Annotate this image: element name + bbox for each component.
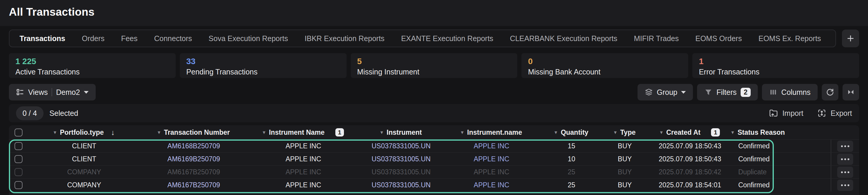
created-at-cell: 2025.07.09 18:50:42 [647,168,733,176]
checkbox-cell [9,142,28,150]
created-at-cell: 2025.07.09 18:50:43 [647,155,733,163]
row-menu-button[interactable] [837,141,853,152]
tab-orders[interactable]: Orders [82,34,104,43]
collapse-columns-button[interactable] [842,84,859,101]
column-header-portfolio-type[interactable]: Portfolio.type ↓ [28,128,141,137]
selection-count: 0 / 4 [16,106,43,120]
stat-card-missing-instrument[interactable]: 5 Missing Instrument [351,53,518,78]
instrument-name-cell: APPLE INC [247,142,360,150]
toolbar: Views Demo2 Group Filters 2 [9,84,859,101]
row-menu-button[interactable] [837,154,853,165]
transaction-number-link[interactable]: AM6167B250709 [141,168,247,176]
instrument-link[interactable]: US0378331005.UN [360,181,442,189]
portfolio-type-cell: COMPANY [28,168,141,176]
stat-card-missing-bank-account[interactable]: 0 Missing Bank Account [521,53,688,78]
selection-label: Selected [50,109,78,118]
column-header-instrument-name[interactable]: Instrument Name 1 [247,128,360,136]
filter-count-badge[interactable]: 1 [335,128,344,136]
toolbar-right: Group Filters 2 Columns [638,84,859,101]
instrument-dot-name-cell: APPLE INC [442,142,540,150]
stat-label: Active Transactions [16,68,169,76]
tab-ibkr-execution-reports[interactable]: IBKR Execution Reports [305,34,384,43]
stat-card-pending-transactions[interactable]: 33 Pending Transactions [180,53,347,78]
tab-clearbank-execution-reports[interactable]: CLEARBANK Execution Reports [510,34,617,43]
table-row[interactable]: COMPANY AM6167B250709 APPLE INC US037833… [9,179,859,191]
checkbox-cell [9,155,28,163]
ellipsis-icon [844,145,846,147]
group-button[interactable]: Group [638,84,693,101]
status-reason-cell: Confirmed [733,155,783,163]
stat-label: Error Transactions [699,68,852,76]
stat-value: 0 [528,57,682,66]
column-label: Created At [666,128,700,136]
ellipsis-icon [844,171,846,173]
sort-desc-icon[interactable]: ↓ [111,128,115,137]
row-checkbox[interactable] [14,155,23,163]
tab-mifir-trades[interactable]: MIFIR Trades [634,34,679,43]
instrument-dot-name-cell: APPLE INC [442,181,540,189]
row-menu-button[interactable] [837,167,853,178]
views-divider [52,88,52,96]
transaction-number-link[interactable]: AM6168B250709 [141,142,247,150]
tab-transactions[interactable]: Transactions [20,34,65,43]
select-all-checkbox[interactable] [14,128,23,136]
filter-count-badge[interactable]: 1 [711,128,720,136]
column-header-created-at[interactable]: Created At 1 [647,128,733,136]
column-label: Quantity [561,128,588,136]
stat-cards: 1 225 Active Transactions 33 Pending Tra… [9,53,859,78]
ellipsis-icon [844,158,846,160]
tabs-row: Transactions Orders Fees Connectors Sova… [9,30,859,47]
quantity-cell: 25 [540,181,602,189]
export-label: Export [831,109,852,118]
tab-fees[interactable]: Fees [121,34,138,43]
tab-sova-execution-reports[interactable]: Sova Execution Reports [209,34,288,43]
instrument-link[interactable]: US0378331005.UN [360,142,442,150]
column-header-transaction-number[interactable]: Transaction Number [141,128,247,136]
table-row[interactable]: COMPANY AM6167B250709 APPLE INC US037833… [9,165,859,179]
column-header-instrument[interactable]: Instrument [360,128,442,136]
instrument-link[interactable]: US0378331005.UN [360,155,442,163]
columns-button[interactable]: Columns [762,84,818,101]
column-header-type[interactable]: Type [602,128,647,136]
filters-button[interactable]: Filters 2 [697,84,758,101]
quantity-cell: 25 [540,168,602,176]
group-label: Group [657,88,677,96]
column-header-instrument-dot-name[interactable]: Instrument.name [442,128,540,136]
stat-card-active-transactions[interactable]: 1 225 Active Transactions [9,53,176,78]
row-actions-cell [831,179,859,191]
transaction-number-link[interactable]: AM6169B250709 [141,155,247,163]
tab-connectors[interactable]: Connectors [154,34,192,43]
chevron-down-icon [681,91,686,94]
column-header-status-reason[interactable]: Status Reason [733,128,783,136]
import-button[interactable]: Import [769,109,803,118]
type-cell: BUY [602,142,647,150]
column-label: Instrument.name [467,128,522,136]
stat-label: Missing Bank Account [528,68,682,76]
transaction-number-link[interactable]: AM6167B250709 [141,181,247,189]
status-reason-cell: Duplicate [733,168,783,176]
stat-label: Pending Transactions [186,68,340,76]
row-menu-button[interactable] [837,180,853,191]
tab-exante-execution-reports[interactable]: EXANTE Execution Reports [401,34,493,43]
table-row[interactable]: CLIENT AM6169B250709 APPLE INC US0378331… [9,152,859,165]
instrument-link[interactable]: US0378331005.UN [360,168,442,176]
row-checkbox[interactable] [14,168,23,176]
portfolio-type-cell: COMPANY [28,181,141,189]
tab-eoms-orders[interactable]: EOMS Orders [695,34,742,43]
column-label: Transaction Number [164,128,229,136]
views-selector[interactable]: Views Demo2 [9,84,96,101]
export-button[interactable]: Export [817,109,852,118]
refresh-button[interactable] [822,84,838,101]
add-tab-button[interactable] [842,30,859,47]
table-header-row: Portfolio.type ↓ Transaction Number Inst… [9,125,859,140]
row-checkbox[interactable] [14,181,23,189]
tab-eoms-ex-reports[interactable]: EOMS Ex. Reports [758,34,821,43]
stat-card-error-transactions[interactable]: 1 Error Transactions [692,53,859,78]
filters-count-badge: 2 [741,88,751,97]
column-header-quantity[interactable]: Quantity [540,128,602,136]
table-row[interactable]: CLIENT AM6168B250709 APPLE INC US0378331… [9,140,859,152]
import-label: Import [782,109,803,118]
created-at-cell: 2025.07.09 18:54:01 [647,181,733,189]
row-checkbox[interactable] [14,142,23,150]
layers-icon [645,88,653,96]
